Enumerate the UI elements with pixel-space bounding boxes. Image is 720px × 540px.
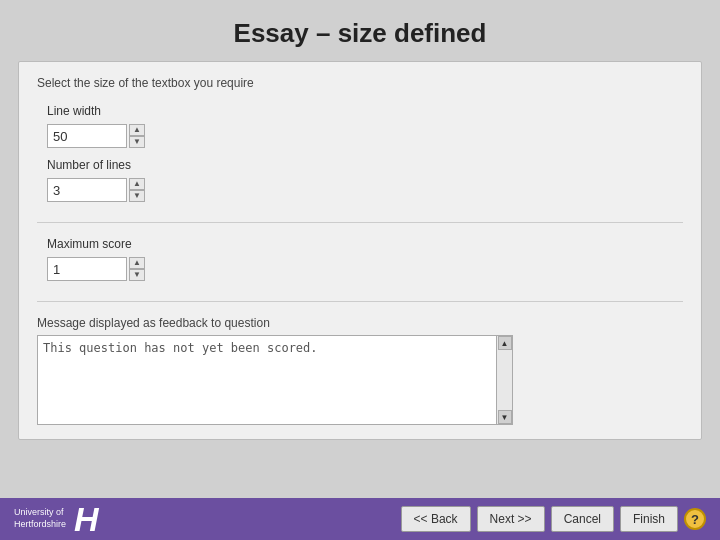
max-score-input-group: ▲ ▼ [47,257,683,281]
main-panel: Select the size of the textbox you requi… [18,61,702,440]
max-score-field: Maximum score ▲ ▼ [47,237,683,281]
line-width-label: Line width [47,104,683,118]
uh-logo-area: University of Hertfordshire H [14,502,97,536]
feedback-textarea-wrapper: This question has not yet been scored. ▲… [37,335,683,425]
help-button[interactable]: ? [684,508,706,530]
feedback-textarea[interactable]: This question has not yet been scored. [37,335,497,425]
panel-instruction: Select the size of the textbox you requi… [37,76,683,90]
university-line1: University of [14,507,66,519]
line-width-input[interactable] [47,124,127,148]
line-width-up-btn[interactable]: ▲ [129,124,145,136]
line-width-down-btn[interactable]: ▼ [129,136,145,148]
line-width-input-group: ▲ ▼ [47,124,683,148]
back-button[interactable]: << Back [401,506,471,532]
max-score-down-btn[interactable]: ▼ [129,269,145,281]
university-line2: Hertfordshire [14,519,66,531]
num-lines-down-btn[interactable]: ▼ [129,190,145,202]
line-width-spinner: ▲ ▼ [129,124,145,148]
feedback-scrollbar: ▲ ▼ [497,335,513,425]
num-lines-input-group: ▲ ▼ [47,178,683,202]
num-lines-up-btn[interactable]: ▲ [129,178,145,190]
num-lines-label: Number of lines [47,158,683,172]
line-width-field: Line width ▲ ▼ [47,104,683,148]
bottom-bar: University of Hertfordshire H << Back Ne… [0,498,720,540]
next-button[interactable]: Next >> [477,506,545,532]
max-score-label: Maximum score [47,237,683,251]
num-lines-input[interactable] [47,178,127,202]
scrollbar-up-btn[interactable]: ▲ [498,336,512,350]
scrollbar-down-btn[interactable]: ▼ [498,410,512,424]
university-text: University of Hertfordshire [14,507,66,530]
num-lines-field: Number of lines ▲ ▼ [47,158,683,202]
max-score-up-btn[interactable]: ▲ [129,257,145,269]
max-score-input[interactable] [47,257,127,281]
feedback-label: Message displayed as feedback to questio… [37,316,683,330]
cancel-button[interactable]: Cancel [551,506,614,532]
max-score-spinner: ▲ ▼ [129,257,145,281]
feedback-section: Message displayed as feedback to questio… [37,316,683,425]
nav-buttons: << Back Next >> Cancel Finish ? [401,506,706,532]
section-divider-2 [37,301,683,302]
num-lines-spinner: ▲ ▼ [129,178,145,202]
section-divider [37,222,683,223]
page-title: Essay – size defined [0,0,720,61]
uh-h-logo: H [74,502,97,536]
finish-button[interactable]: Finish [620,506,678,532]
